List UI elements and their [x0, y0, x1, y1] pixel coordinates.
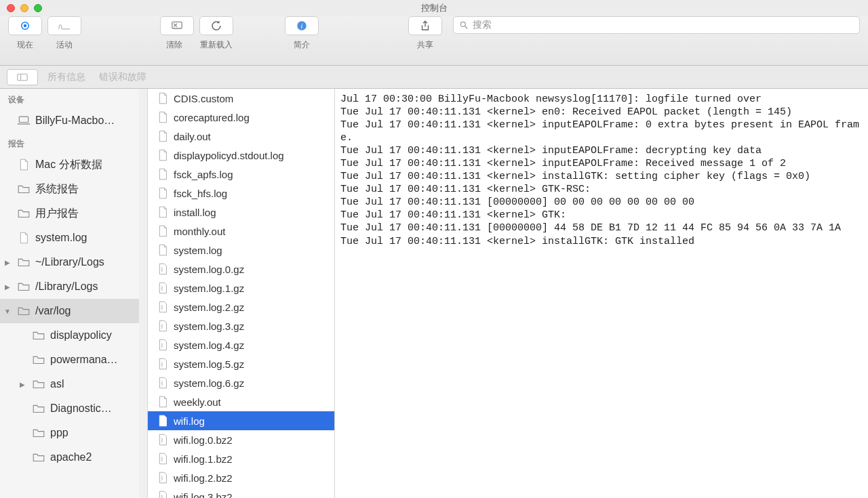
sidebar-device[interactable]: BillyFu-Macbo… — [0, 108, 147, 133]
sidebar-item-label: displaypolicy — [50, 329, 112, 341]
reload-icon — [210, 20, 222, 32]
document-icon — [157, 187, 168, 199]
file-item[interactable]: fsck_hfs.log — [148, 184, 334, 203]
clear-button[interactable] — [160, 16, 194, 35]
view-toggle[interactable] — [7, 69, 38, 85]
folder-icon — [31, 428, 46, 438]
share-label: 共享 — [417, 39, 433, 51]
laptop-icon — [16, 116, 31, 125]
sidebar-item[interactable]: Mac 分析数据 — [0, 152, 147, 177]
sidebar-item[interactable]: powermana… — [0, 348, 147, 372]
disclosure-icon[interactable]: ▶ — [3, 283, 12, 291]
file-name: system.log.0.gz — [174, 264, 244, 275]
disclosure-icon[interactable]: ▶ — [18, 381, 27, 388]
folder-icon — [16, 209, 31, 218]
sidebar-item[interactable]: ▼/var/log — [0, 299, 147, 323]
content: 设备 BillyFu-Macbo… 报告 Mac 分析数据系统报告用户报告sys… — [0, 89, 868, 498]
file-name: wifi.log.1.bz2 — [174, 453, 233, 465]
document-icon — [157, 92, 168, 104]
sidebar-item-label: ppp — [50, 427, 68, 439]
file-name: corecaptured.log — [174, 112, 250, 123]
sidebar-item[interactable]: displaypolicy — [0, 323, 147, 348]
file-item[interactable]: system.log.3.gz — [148, 316, 334, 335]
sidebar-item[interactable]: system.log — [0, 226, 147, 250]
document-icon — [157, 415, 168, 427]
file-name: system.log.4.gz — [174, 339, 244, 351]
filter-errors[interactable]: 错误和故障 — [99, 71, 146, 83]
sidebar-item[interactable]: ▶/Library/Logs — [0, 274, 147, 299]
sidebar-item[interactable]: ▶asl — [0, 372, 147, 396]
disclosure-icon[interactable]: ▶ — [3, 259, 12, 266]
file-item[interactable]: monthly.out — [148, 222, 334, 241]
archive-icon — [157, 301, 168, 313]
now-button[interactable] — [8, 16, 42, 35]
file-item[interactable]: wifi.log.1.bz2 — [148, 449, 334, 468]
file-item[interactable]: fsck_apfs.log — [148, 165, 334, 184]
sidebar-item[interactable]: ppp — [0, 421, 147, 445]
file-item[interactable]: corecaptured.log — [148, 108, 334, 127]
file-item[interactable]: wifi.log — [148, 411, 334, 430]
reload-button[interactable] — [199, 16, 233, 35]
search-input[interactable]: 搜索 — [453, 16, 860, 34]
file-item[interactable]: displaypolicyd.stdout.log — [148, 146, 334, 165]
share-icon — [419, 20, 431, 32]
sidebar-scrollbar[interactable] — [139, 89, 147, 498]
sidebar-item-label: /Library/Logs — [35, 281, 98, 293]
file-item[interactable]: wifi.log.0.bz2 — [148, 430, 334, 449]
file-item[interactable]: wifi.log.2.bz2 — [148, 468, 334, 487]
disclosure-icon[interactable]: ▼ — [3, 308, 12, 315]
sidebar-item[interactable]: apache2 — [0, 445, 147, 470]
sidebar-item[interactable]: ▶~/Library/Logs — [0, 250, 147, 274]
file-item[interactable]: system.log.1.gz — [148, 278, 334, 297]
file-item[interactable]: CDIS.custom — [148, 89, 334, 108]
info-button[interactable]: i — [285, 16, 319, 35]
document-icon — [157, 111, 168, 123]
file-item[interactable]: system.log — [148, 241, 334, 260]
document-icon — [16, 159, 31, 171]
search-icon — [459, 20, 469, 30]
now-label: 现在 — [8, 39, 42, 51]
file-name: fsck_apfs.log — [174, 169, 233, 180]
svg-rect-2 — [172, 22, 182, 28]
file-item[interactable]: install.log — [148, 203, 334, 222]
folder-icon — [16, 257, 31, 267]
file-item[interactable]: wifi.log.3.bz2 — [148, 487, 334, 498]
filter-all[interactable]: 所有信息 — [47, 71, 85, 83]
sidebar-item-label: apache2 — [50, 451, 92, 463]
close-icon[interactable] — [7, 4, 15, 12]
activity-icon — [58, 20, 71, 31]
activity-button[interactable] — [47, 16, 81, 35]
folder-icon — [31, 453, 46, 462]
sidebar-item-label: 系统报告 — [35, 182, 79, 196]
clear-label: 清除 — [157, 39, 191, 51]
file-name: monthly.out — [174, 226, 225, 237]
file-item[interactable]: daily.out — [148, 127, 334, 146]
file-item[interactable]: system.log.2.gz — [148, 297, 334, 316]
file-name: install.log — [174, 207, 216, 218]
sidebar-reports-header: 报告 — [0, 133, 147, 152]
file-item[interactable]: system.log.4.gz — [148, 335, 334, 354]
file-item[interactable]: system.log.0.gz — [148, 260, 334, 278]
zoom-icon[interactable] — [34, 4, 42, 12]
folder-icon — [16, 306, 31, 316]
log-pane[interactable]: Jul 17 00:30:00 BillyFu-Macbook newsyslo… — [335, 89, 868, 498]
file-item[interactable]: system.log.6.gz — [148, 373, 334, 392]
file-item[interactable]: system.log.5.gz — [148, 354, 334, 373]
sidebar-devices-header: 设备 — [0, 89, 147, 108]
folder-icon — [31, 404, 46, 413]
file-name: system.log — [174, 245, 222, 256]
svg-line-8 — [465, 26, 468, 29]
sidebar-item[interactable]: 系统报告 — [0, 177, 147, 201]
file-name: system.log.2.gz — [174, 302, 244, 313]
minimize-icon[interactable] — [20, 4, 28, 12]
file-name: wifi.log — [174, 415, 205, 427]
file-item[interactable]: weekly.out — [148, 392, 334, 411]
share-button[interactable] — [408, 16, 442, 35]
window-title: 控制台 — [421, 3, 448, 13]
folder-icon — [31, 379, 46, 389]
sidebar-item[interactable]: Diagnostic… — [0, 396, 147, 421]
sidebar-item[interactable]: 用户报告 — [0, 201, 147, 226]
file-name: fsck_hfs.log — [174, 188, 227, 199]
svg-rect-9 — [18, 74, 27, 81]
activity-label: 活动 — [47, 39, 81, 51]
